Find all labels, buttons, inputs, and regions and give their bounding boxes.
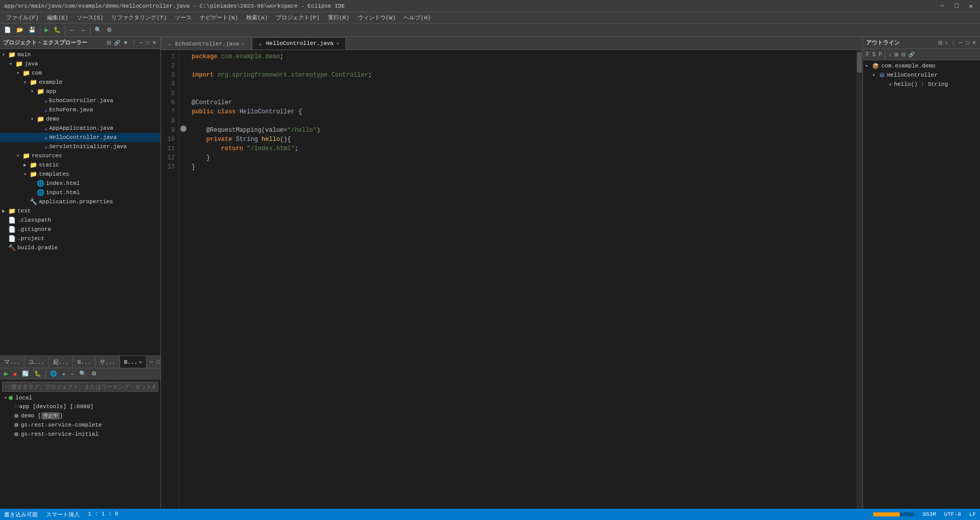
tree-item-app[interactable]: ▾ 📁 app [0, 87, 160, 96]
tree-item-hellocontroller[interactable]: ▾ ☕ HelloController.java [0, 133, 160, 142]
tree-item-project[interactable]: ▾ 📄 .project [0, 234, 160, 243]
tab-tasks[interactable]: ユ... [25, 356, 49, 368]
maximize-button[interactable]: □ [951, 2, 962, 10]
menu-refactor[interactable]: リファクタリング(T) [107, 13, 171, 22]
outline-hide-static[interactable]: S [871, 51, 877, 58]
tab-search[interactable]: サ... [96, 356, 120, 368]
outline-hide-fields[interactable]: F [865, 51, 870, 58]
bt-add[interactable]: + [60, 369, 67, 379]
editor-tab-echo[interactable]: ☕ EchoController.java ✕ [161, 37, 251, 50]
outline-collapse-all[interactable]: ⊟ [900, 51, 906, 58]
boot-item-app[interactable]: ↑ app [devtools] [:8080] [2, 402, 158, 411]
menu-edit[interactable]: 編集(E) [43, 13, 73, 22]
outline-minimize[interactable]: ─ [958, 39, 964, 46]
bottom-panel-minimize[interactable]: ─ [149, 359, 154, 365]
collapse-all-btn[interactable]: ⊟ [106, 39, 112, 46]
bt-open[interactable]: 🌐 [48, 369, 59, 379]
outline-sort[interactable]: ↕ [944, 39, 949, 46]
tree-item-servletinitializer[interactable]: ▾ ☕ ServletInitializer.java [0, 142, 160, 151]
toolbar-debug[interactable]: 🐛 [52, 25, 63, 35]
bt-debug[interactable]: 🐛 [32, 369, 43, 379]
toolbar-save[interactable]: 💾 [27, 25, 38, 35]
tab-git[interactable]: G... [73, 356, 95, 368]
code-editor[interactable]: 1 2 3 4 5 6 7 8 9 10 11 12 13 [161, 50, 862, 509]
editor-tab-hello[interactable]: ☕ HelloController.java ✕ [252, 37, 346, 50]
menu-source[interactable]: ソース(S) [73, 13, 108, 22]
editor-scrollbar[interactable] [856, 50, 862, 509]
toolbar-settings[interactable]: ⚙ [105, 25, 114, 35]
outline-method[interactable]: ▾ ⚡ hello() : String [863, 80, 980, 89]
boot-search-input[interactable] [2, 382, 158, 392]
bt-settings[interactable]: ⚙ [89, 369, 99, 379]
tree-item-indexhtml[interactable]: ▾ 🌐 index.html [0, 179, 160, 188]
code-content[interactable]: package com.example.demo; import org.spr… [188, 50, 856, 509]
close-button[interactable]: ✕ [966, 2, 976, 10]
menu-search[interactable]: 検索(A) [242, 13, 272, 22]
tab-boot[interactable]: 起... [49, 356, 74, 368]
tree-item-inputhtml[interactable]: ▾ 🌐 input.html [0, 188, 160, 197]
boot-item-gs-initial[interactable]: gs-rest-service-initial [2, 430, 158, 439]
outline-package[interactable]: ▾ 📦 com.example.demo [863, 61, 980, 70]
toolbar-run[interactable]: ▶ [42, 25, 51, 35]
tree-item-static[interactable]: ▶ 📁 static [0, 160, 160, 170]
bt-new[interactable]: ▶ [2, 369, 10, 379]
boot-server-local[interactable]: ▾ local [2, 394, 158, 402]
toolbar-search[interactable]: 🔍 [92, 25, 104, 35]
bottom-panel-maximize[interactable]: □ [155, 359, 160, 365]
boot-item-demo[interactable]: demo [ 停止中 ] [2, 411, 158, 420]
tree-item-echocontroller[interactable]: ▾ ☕ EchoController.java [0, 96, 160, 105]
menu-source2[interactable]: ソース [171, 13, 196, 22]
tree-item-gitignore[interactable]: ▾ 📄 .gitignore [0, 225, 160, 234]
outline-collapse[interactable]: ⊟ [937, 39, 943, 46]
menu-file[interactable]: ファイル(F) [2, 13, 43, 22]
maximize-panel-btn[interactable]: □ [145, 39, 150, 46]
outline-sort-btn[interactable]: ↕ [888, 51, 892, 58]
toolbar-forward[interactable]: → [78, 25, 88, 35]
tree-item-appapplication[interactable]: ▾ ☕ AppApplication.java [0, 124, 160, 133]
tree-item-main[interactable]: ▾ 📁 main [0, 50, 160, 59]
menu-btn[interactable]: ⋮ [130, 39, 137, 46]
outline-close[interactable]: ✕ [971, 39, 977, 46]
toolbar-open[interactable]: 📂 [14, 25, 26, 35]
outline-expand-all[interactable]: ⊞ [893, 51, 899, 58]
tree-item-appprops[interactable]: ▾ 🔧 application.properties [0, 197, 160, 206]
tree-item-test[interactable]: ▶ 📁 test [0, 206, 160, 216]
close-panel-btn[interactable]: ✕ [151, 39, 157, 46]
minimize-panel-btn[interactable]: ─ [138, 39, 144, 46]
echo-tab-close[interactable]: ✕ [242, 41, 245, 47]
tree-item-java[interactable]: ▾ 📁 java [0, 59, 160, 68]
filter-btn[interactable]: ▼ [122, 39, 129, 46]
menu-run[interactable]: 実行(R) [324, 13, 354, 22]
bt-stop[interactable]: ■ [11, 369, 19, 379]
bt-filter[interactable]: 🔍 [77, 369, 88, 379]
menu-project[interactable]: プロジェクト(P) [272, 13, 324, 22]
title-bar-controls[interactable]: ─ □ ✕ [938, 2, 976, 10]
hello-tab-close[interactable]: ✕ [336, 40, 339, 46]
tree-item-com[interactable]: ▾ 📁 com [0, 68, 160, 78]
tree-item-resources[interactable]: ▾ 📁 resources [0, 151, 160, 160]
menu-window[interactable]: ウィンドウ(W) [354, 13, 400, 22]
toolbar-back[interactable]: ← [67, 25, 77, 35]
tab-bootdash[interactable]: B... ✕ [120, 356, 147, 368]
scrollbar-thumb[interactable] [857, 52, 862, 73]
toolbar-new[interactable]: 📄 [2, 25, 13, 35]
tree-item-example[interactable]: ▾ 📁 example [0, 78, 160, 87]
tab-bootdash-close[interactable]: ✕ [139, 359, 142, 365]
tab-markers[interactable]: マ... [0, 356, 25, 368]
minimize-button[interactable]: ─ [938, 2, 948, 10]
tree-item-buildgradle[interactable]: ▾ 🔨 build.gradle [0, 243, 160, 252]
bt-restart[interactable]: 🔄 [20, 369, 31, 379]
tree-item-classpath[interactable]: ▾ 📄 .classpath [0, 216, 160, 225]
outline-hide-nonpub[interactable]: P [878, 51, 883, 58]
menu-help[interactable]: ヘルプ(H) [400, 13, 435, 22]
menu-navigate[interactable]: ナビゲート(N) [196, 13, 242, 22]
boot-item-gs-complete[interactable]: gs-rest-service-complete [2, 420, 158, 430]
bt-remove[interactable]: − [68, 369, 76, 379]
tree-item-echoform[interactable]: ▾ ☕ EchoForm.java [0, 105, 160, 114]
outline-menu[interactable]: ⋮ [950, 39, 957, 46]
outline-class[interactable]: ▾ 🏛 HelloController [863, 70, 980, 80]
link-editor-btn[interactable]: 🔗 [113, 39, 121, 46]
tree-item-demo[interactable]: ▾ 📁 demo [0, 114, 160, 124]
outline-maximize[interactable]: □ [965, 39, 970, 46]
tree-item-templates[interactable]: ▾ 📁 templates [0, 170, 160, 179]
